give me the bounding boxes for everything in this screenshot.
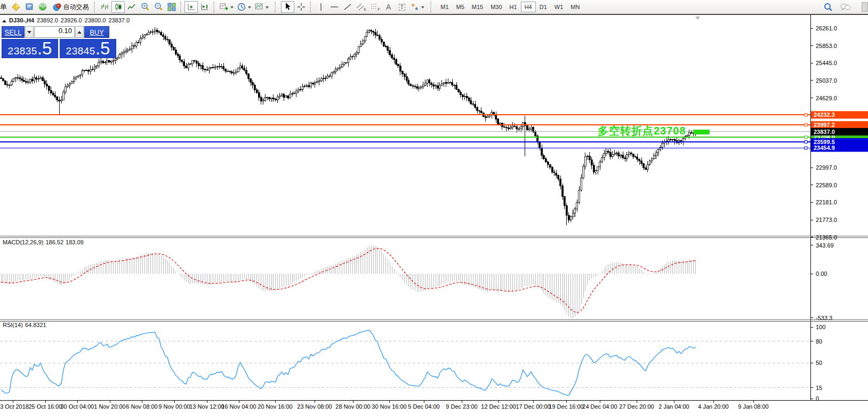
price-axis-label: 22997.0 — [816, 164, 837, 171]
fibo-sub-label: F — [377, 7, 380, 12]
ohlc-close: 23837.0 — [108, 17, 130, 23]
buy-button[interactable]: BUY — [84, 26, 109, 38]
search-icon[interactable] — [822, 1, 835, 13]
price-axis-label: 21773.0 — [816, 217, 837, 223]
channel-sub-label: E — [364, 7, 366, 12]
main-chart[interactable]: 26261.025853.025445.025037.024629.022997… — [0, 0, 868, 414]
line-handle — [805, 147, 807, 149]
zoom-in-icon[interactable] — [138, 1, 151, 13]
periods-clock-icon[interactable] — [235, 1, 253, 13]
market-watch-icon[interactable] — [22, 1, 36, 13]
time-axis-label: 17 Dec 00:00 — [516, 403, 550, 410]
line-handle — [805, 140, 807, 143]
templates-icon[interactable] — [253, 1, 270, 13]
autotrading-label: 自动交易 — [63, 3, 89, 12]
sell-button[interactable]: SELL — [2, 26, 25, 38]
tf-M5[interactable]: M5 — [453, 2, 468, 12]
time-axis-label: 30 Nov 16:00 — [372, 403, 406, 410]
price-axis[interactable]: 26261.025853.025445.025037.024629.022997… — [810, 25, 837, 402]
chat-icon[interactable] — [838, 1, 853, 13]
rsi-pane — [0, 330, 810, 395]
toolbar-separator — [94, 2, 96, 12]
candle-chart-icon[interactable] — [111, 1, 125, 13]
price-line-tag: 24232.3 — [814, 112, 835, 118]
macd-pane — [1, 245, 696, 318]
bar-shift-marker — [695, 17, 700, 20]
price-axis-label: 22181.0 — [816, 199, 837, 205]
cursor-icon[interactable] — [281, 1, 294, 13]
vertical-line-icon[interactable] — [314, 1, 327, 13]
ohlc-low: 23800.0 — [85, 17, 106, 23]
time-axis-label: 9 Jan 08:00 — [738, 403, 769, 410]
fibonacci-icon[interactable]: F — [368, 1, 382, 13]
collapse-panel-icon[interactable] — [2, 18, 6, 22]
toolbar-separator — [310, 2, 312, 12]
tile-windows-icon[interactable] — [165, 1, 178, 13]
volume-down-button[interactable] — [25, 26, 34, 38]
gem-icon[interactable] — [9, 1, 22, 13]
chart-shift-icon[interactable] — [198, 1, 211, 13]
annotation-text[interactable]: 多空转折点23708 — [598, 124, 686, 138]
time-axis-label: 5 Dec 04:00 — [408, 403, 439, 410]
price-axis-label: 26261.0 — [816, 25, 837, 31]
price-line-tag: 23599.5 — [814, 139, 835, 145]
time-axis-label: 28 Nov 00:00 — [335, 403, 370, 410]
price-line-tag: 23454.9 — [814, 145, 835, 151]
tf-MN[interactable]: MN — [567, 2, 583, 12]
label-icon[interactable]: T — [395, 1, 408, 13]
time-axis[interactable]: 23 Oct 201825 Oct 16:0030 Oct 04:001 Nov… — [0, 401, 769, 410]
triangle-up-icon — [77, 29, 82, 34]
volume-up-button[interactable] — [75, 26, 84, 38]
crosshair-icon[interactable] — [294, 1, 308, 13]
ohlc-high: 23926.0 — [61, 17, 82, 23]
window-edge-icon — [862, 2, 868, 12]
trendline-icon[interactable] — [341, 1, 354, 13]
text-icon[interactable]: A — [382, 1, 395, 13]
horizontal-line-icon[interactable] — [327, 1, 341, 13]
price-axis-label: 25853.0 — [816, 43, 837, 49]
price-line-tag: 23837.0 — [814, 129, 835, 135]
sell-price-box[interactable]: 23835.5 — [2, 39, 58, 58]
price-axis-label: 21365.0 — [816, 234, 837, 241]
buy-price-box[interactable]: 23845.5 — [60, 39, 116, 58]
time-axis-label: 12 Dec 12:00 — [481, 403, 516, 410]
tf-H1[interactable]: H1 — [506, 2, 521, 12]
price-lines[interactable] — [0, 114, 810, 149]
toolbar-separator — [213, 2, 215, 12]
triangle-down-icon — [27, 31, 31, 36]
tf-M30[interactable]: M30 — [487, 2, 505, 12]
price-line-tag: 23997.2 — [814, 122, 835, 128]
time-axis-label: 6 Nov 08:00 — [126, 403, 157, 410]
arrows-icon[interactable] — [408, 1, 426, 13]
volume-input[interactable]: 0.10 — [34, 26, 75, 38]
timeframe-toolbar: M1M5M15M30H1H4D1W1MN — [437, 2, 583, 12]
line-handle — [805, 124, 807, 126]
time-axis-label: 13 Nov 12:00 — [189, 403, 224, 410]
toolbar-separator — [430, 2, 432, 12]
macd-axis-label: 0.00 — [816, 270, 827, 277]
channel-icon[interactable]: E — [354, 1, 368, 13]
tf-H4[interactable]: H4 — [521, 2, 536, 12]
chevron-down-icon — [248, 6, 251, 10]
bar-chart-icon[interactable] — [98, 1, 111, 13]
add-indicator-icon[interactable] — [218, 1, 235, 13]
tf-M1[interactable]: M1 — [437, 2, 452, 12]
time-axis-label: 24 Dec 04:00 — [582, 403, 617, 410]
chevron-down-icon — [266, 6, 269, 10]
macd-signal-line — [1, 249, 696, 313]
tf-W1[interactable]: W1 — [551, 2, 567, 12]
price-axis-label: 22589.0 — [816, 182, 837, 188]
auto-scroll-icon[interactable] — [184, 1, 198, 13]
annotation-dash — [693, 130, 710, 134]
new-order-button[interactable]: 单 — [0, 2, 7, 12]
tf-M15[interactable]: M15 — [468, 2, 487, 12]
chevron-down-icon — [230, 6, 234, 10]
signal-icon[interactable] — [36, 1, 49, 13]
time-axis-label: 19 Dec 16:00 — [549, 403, 583, 410]
line-chart-icon[interactable] — [125, 1, 138, 13]
zoom-out-icon[interactable] — [151, 1, 165, 13]
sell-price: 23835 — [8, 45, 37, 57]
rsi-axis-label: 80 — [816, 338, 822, 345]
autotrading-button[interactable]: 自动交易 — [49, 1, 92, 13]
tf-D1[interactable]: D1 — [536, 2, 551, 12]
